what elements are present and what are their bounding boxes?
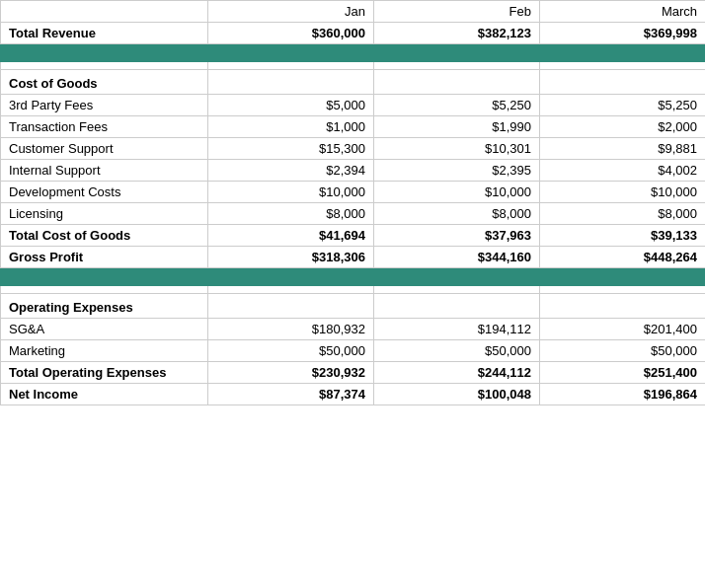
row-value-feb: $5,250 [374, 95, 540, 116]
row-value-feb: $10,000 [374, 182, 540, 203]
row-value-feb: $2,395 [374, 160, 540, 182]
section-header-mar [540, 70, 706, 95]
data-row: Development Costs$10,000$10,000$10,000 [1, 182, 706, 203]
bold-data-row: Total Revenue$360,000$382,123$369,998 [1, 23, 706, 44]
row-value-feb: $1,990 [374, 116, 540, 138]
section-header-label: Cost of Goods [1, 70, 208, 95]
data-row: Internal Support$2,394$2,395$4,002 [1, 160, 706, 182]
row-value-jan: $180,932 [208, 319, 374, 340]
bold-data-row: Total Operating Expenses$230,932$244,112… [1, 362, 706, 384]
data-row: 3rd Party Fees$5,000$5,250$5,250 [1, 95, 706, 116]
row-value-jan: $10,000 [208, 182, 374, 203]
row-value-jan: $2,394 [208, 160, 374, 182]
section-header-label: Operating Expenses [1, 294, 208, 319]
row-label: Gross Profit [1, 247, 208, 268]
row-value-feb: $244,112 [374, 362, 540, 384]
row-value-feb: $382,123 [374, 23, 540, 44]
row-label: SG&A [1, 319, 208, 340]
row-value-mar: $2,000 [540, 116, 706, 138]
row-value-jan: $360,000 [208, 23, 374, 44]
section-header-jan [208, 70, 374, 95]
row-value-mar: $10,000 [540, 182, 706, 203]
row-value-feb: $37,963 [374, 225, 540, 247]
row-label: Total Revenue [1, 23, 208, 44]
row-value-jan: $87,374 [208, 384, 374, 405]
header-march: March [540, 1, 706, 23]
row-value-feb: $10,301 [374, 138, 540, 160]
section-header-mar [540, 294, 706, 319]
row-label: Customer Support [1, 138, 208, 160]
section-header-jan [208, 294, 374, 319]
row-value-feb: $100,048 [374, 384, 540, 405]
data-row: SG&A$180,932$194,112$201,400 [1, 319, 706, 340]
header-jan: Jan [208, 1, 374, 23]
row-value-mar: $251,400 [540, 362, 706, 384]
section-header-feb [374, 70, 540, 95]
row-value-jan: $8,000 [208, 203, 374, 225]
row-label: 3rd Party Fees [1, 95, 208, 116]
data-row: Marketing$50,000$50,000$50,000 [1, 340, 706, 362]
row-label: Internal Support [1, 160, 208, 182]
empty-row [1, 62, 706, 70]
row-value-feb: $50,000 [374, 340, 540, 362]
header-row: Jan Feb March [1, 1, 706, 23]
row-value-jan: $15,300 [208, 138, 374, 160]
bold-data-row: Total Cost of Goods$41,694$37,963$39,133 [1, 225, 706, 247]
data-row: Licensing$8,000$8,000$8,000 [1, 203, 706, 225]
row-value-jan: $5,000 [208, 95, 374, 116]
row-label: Transaction Fees [1, 116, 208, 138]
header-label [1, 1, 208, 23]
row-value-feb: $194,112 [374, 319, 540, 340]
financial-table: Jan Feb March Total Revenue$360,000$382,… [0, 0, 705, 405]
teal-separator-row [1, 44, 706, 62]
row-value-mar: $8,000 [540, 203, 706, 225]
row-label: Total Operating Expenses [1, 362, 208, 384]
row-value-mar: $4,002 [540, 160, 706, 182]
row-label: Development Costs [1, 182, 208, 203]
row-value-mar: $448,264 [540, 247, 706, 268]
section-header-row: Cost of Goods [1, 70, 706, 95]
bold-data-row: Net Income$87,374$100,048$196,864 [1, 384, 706, 405]
data-row: Customer Support$15,300$10,301$9,881 [1, 138, 706, 160]
row-value-feb: $8,000 [374, 203, 540, 225]
row-value-jan: $230,932 [208, 362, 374, 384]
row-value-jan: $318,306 [208, 247, 374, 268]
row-value-mar: $5,250 [540, 95, 706, 116]
row-value-mar: $39,133 [540, 225, 706, 247]
header-feb: Feb [374, 1, 540, 23]
row-value-jan: $1,000 [208, 116, 374, 138]
row-value-mar: $50,000 [540, 340, 706, 362]
row-value-mar: $9,881 [540, 138, 706, 160]
section-header-row: Operating Expenses [1, 294, 706, 319]
empty-row [1, 286, 706, 294]
row-value-mar: $196,864 [540, 384, 706, 405]
bold-data-row: Gross Profit$318,306$344,160$448,264 [1, 247, 706, 268]
row-label: Marketing [1, 340, 208, 362]
row-value-feb: $344,160 [374, 247, 540, 268]
section-header-feb [374, 294, 540, 319]
data-row: Transaction Fees$1,000$1,990$2,000 [1, 116, 706, 138]
row-value-jan: $41,694 [208, 225, 374, 247]
row-label: Total Cost of Goods [1, 225, 208, 247]
row-value-mar: $369,998 [540, 23, 706, 44]
row-label: Net Income [1, 384, 208, 405]
teal-separator-row [1, 268, 706, 286]
row-label: Licensing [1, 203, 208, 225]
row-value-jan: $50,000 [208, 340, 374, 362]
row-value-mar: $201,400 [540, 319, 706, 340]
